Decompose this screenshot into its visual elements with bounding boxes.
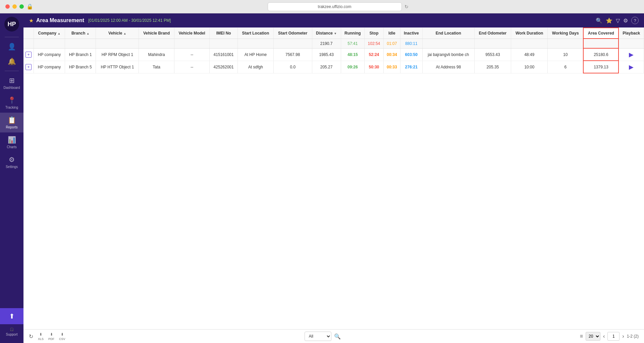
gear-icon[interactable]: ⚙ <box>623 17 628 24</box>
totals-idle: 01:07 <box>383 39 400 48</box>
th-inactive: Inactive <box>400 28 422 39</box>
data-table: Company ▲ Branch ▲ Vehicle ▲ Vehicle Bra… <box>23 27 644 73</box>
header-bar: ★ Area Measurement [01/01/2025 12:00 AM … <box>23 13 644 27</box>
page-number-input[interactable] <box>607 332 620 341</box>
pdf-export-icon[interactable]: ⬇ PDF <box>48 332 54 341</box>
totals-imei <box>210 39 238 48</box>
row1-area-covered: 25180.6 <box>583 48 619 61</box>
th-imei-no: IMEI No <box>210 28 238 39</box>
expand-button-2[interactable]: + <box>25 64 32 70</box>
sidebar-item-dashboard-label: Dashboard <box>4 86 20 90</box>
reports-icon: 📋 <box>8 116 16 124</box>
url-input[interactable] <box>268 2 402 11</box>
row2-playback: ▶ <box>619 61 644 73</box>
csv-export-icon[interactable]: ⬇ CSV <box>59 332 65 341</box>
sidebar-upload-button[interactable]: ⬆ <box>0 308 23 324</box>
sidebar-item-dashboard[interactable]: ⊞ Dashboard <box>0 73 23 93</box>
th-working-days: Working Days <box>548 28 584 39</box>
header-left: ★ Area Measurement [01/01/2025 12:00 AM … <box>29 17 171 24</box>
table-wrapper: Company ▲ Branch ▲ Vehicle ▲ Vehicle Bra… <box>23 27 644 329</box>
th-distance[interactable]: Distance ▼ <box>312 28 341 39</box>
totals-branch <box>65 39 96 48</box>
sidebar-logo: HP <box>4 17 19 32</box>
row2-expand: + <box>23 61 34 73</box>
totals-expand <box>23 39 34 48</box>
row1-start-location: At HP Home <box>237 48 273 61</box>
th-idle: Idle <box>383 28 400 39</box>
pagination-info: 1-2 (2) <box>627 334 639 339</box>
row1-start-odometer: 7567.98 <box>273 48 312 61</box>
playback-button-2[interactable]: ▶ <box>629 63 634 71</box>
sidebar-item-charts[interactable]: 📊 Charts <box>0 132 23 152</box>
privacy-toggle[interactable]: 🔒 <box>26 3 35 10</box>
row1-working-days: 10 <box>548 48 584 61</box>
row1-stop: 52:24 <box>365 48 384 61</box>
logo-text: HP <box>7 21 16 28</box>
th-work-duration: Work Duration <box>511 28 548 39</box>
th-vehicle[interactable]: Vehicle ▲ <box>96 28 139 39</box>
sidebar-item-notifications[interactable]: 🔔 <box>0 54 23 69</box>
row2-working-days: 6 <box>548 61 584 73</box>
main-content: ★ Area Measurement [01/01/2025 12:00 AM … <box>23 13 644 343</box>
row2-company: HP company <box>34 61 65 73</box>
row2-vehicle: HP HTTP Object 1 <box>96 61 139 73</box>
th-vehicle-model: Vehicle Model <box>174 28 210 39</box>
sidebar: HP 👤 🔔 ⊞ Dashboard 📍 Tracking 📋 Reports … <box>0 13 23 343</box>
row1-running: 48:15 <box>341 48 364 61</box>
expand-button-1[interactable]: + <box>25 52 32 58</box>
th-branch[interactable]: Branch ▲ <box>65 28 96 39</box>
per-page-select[interactable]: 20 <box>586 332 600 341</box>
filter-icon[interactable]: ▽ <box>616 17 620 24</box>
traffic-light-yellow[interactable] <box>12 4 17 9</box>
totals-company <box>34 39 65 48</box>
xls-label: XLS <box>38 337 44 341</box>
th-vehicle-brand: Vehicle Brand <box>139 28 174 39</box>
star-icon[interactable]: ⭐ <box>606 17 612 24</box>
playback-button-1[interactable]: ▶ <box>629 51 634 58</box>
row1-expand: + <box>23 48 34 61</box>
row1-end-location: jai bajrangvli bombe ch <box>422 48 474 61</box>
filter-select[interactable]: All <box>305 332 331 341</box>
totals-start-odometer <box>273 39 312 48</box>
sidebar-item-reports[interactable]: 📋 Reports <box>0 113 23 132</box>
help-icon[interactable]: ? <box>631 17 639 24</box>
search-icon[interactable]: 🔍 <box>596 17 602 24</box>
row2-inactive: 276:21 <box>400 61 422 73</box>
totals-vehicle-model <box>174 39 210 48</box>
dashboard-icon: ⊞ <box>9 76 15 84</box>
refresh-icon[interactable]: ↻ <box>29 333 33 340</box>
sidebar-item-settings[interactable]: ⚙ Settings <box>0 152 23 172</box>
traffic-light-green[interactable] <box>19 4 24 9</box>
xls-icon-symbol: ⬇ <box>39 332 42 337</box>
row1-idle: 00:34 <box>383 48 400 61</box>
row2-distance: 205.27 <box>312 61 341 73</box>
row1-vehicle-brand: Mahindra <box>139 48 174 61</box>
vehicle-sort-icon: ▲ <box>123 32 126 35</box>
header-right: 🔍 ⭐ ▽ ⚙ ? <box>596 17 639 24</box>
address-bar: ↻ <box>37 2 639 11</box>
totals-distance: 2190.7 <box>312 39 341 48</box>
th-stop: Stop <box>365 28 384 39</box>
prev-page-button[interactable]: ‹ <box>603 333 605 339</box>
xls-export-icon[interactable]: ⬇ XLS <box>38 332 44 341</box>
row2-start-odometer: 0.0 <box>273 61 312 73</box>
branch-sort-icon: ▲ <box>87 32 90 35</box>
sidebar-item-settings-label: Settings <box>6 165 18 169</box>
th-company[interactable]: Company ▲ <box>34 28 65 39</box>
sidebar-item-support[interactable]: 🎧 Support <box>0 324 23 340</box>
favorite-icon[interactable]: ★ <box>29 17 34 24</box>
reload-icon[interactable]: ↻ <box>405 4 409 9</box>
footer-search-icon[interactable]: 🔍 <box>334 333 341 340</box>
distance-sort-icon: ▼ <box>334 32 337 35</box>
traffic-light-red[interactable] <box>5 4 10 9</box>
totals-vehicle-brand <box>139 39 174 48</box>
next-page-button[interactable]: › <box>622 333 624 339</box>
table-row: + HP company HP Branch 5 HP HTTP Object … <box>23 61 644 73</box>
row2-end-location: At Address 98 <box>422 61 474 73</box>
row1-distance: 1985.43 <box>312 48 341 61</box>
sidebar-item-reports-label: Reports <box>6 125 17 129</box>
row1-company: HP company <box>34 48 65 61</box>
sidebar-item-profile[interactable]: 👤 <box>0 39 23 54</box>
footer-left: ↻ ⬇ XLS ⬇ PDF ⬇ CSV <box>29 332 65 341</box>
sidebar-item-tracking[interactable]: 📍 Tracking <box>0 93 23 113</box>
